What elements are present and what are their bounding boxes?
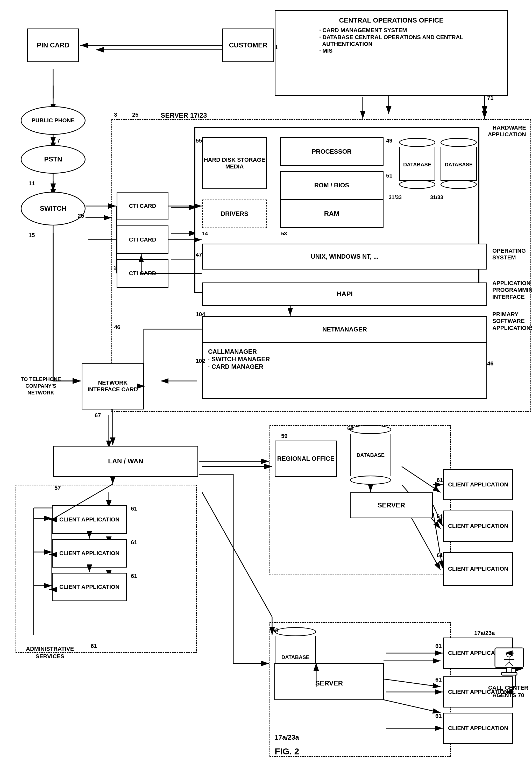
- num-67: 67: [95, 412, 101, 419]
- lower-server-label: SERVER: [289, 689, 316, 697]
- pstn-oval: PSTN: [21, 145, 86, 174]
- switch-oval: SWITCH: [21, 192, 86, 225]
- num-68b: 68: [272, 627, 278, 634]
- pin-card-box: PIN CARD: [27, 29, 79, 62]
- call-center-label: CALL CENTER AGENTS 70: [485, 684, 532, 699]
- hapi-box: HAPI: [202, 282, 487, 306]
- rom-bios-box: ROM / BIOS: [280, 171, 384, 200]
- num-31-33a: 31/33: [389, 194, 402, 200]
- num-59: 59: [281, 433, 287, 440]
- lan-wan-box: LAN / WAN: [53, 446, 198, 477]
- num-15: 15: [29, 232, 35, 239]
- num-3: 3: [114, 111, 117, 118]
- num-68a: 68: [347, 425, 353, 432]
- num-7: 7: [57, 137, 60, 144]
- ram-box: RAM: [280, 200, 384, 228]
- num-47: 47: [196, 251, 202, 258]
- num-61b: 61: [131, 539, 137, 546]
- os-box: UNIX, WINDOWS NT, ...: [202, 244, 487, 270]
- client-app-lower-3: CLIENT APPLICATION: [443, 713, 513, 744]
- num-61j: 61: [435, 713, 442, 719]
- num-53: 53: [281, 231, 287, 237]
- num-46b: 46: [487, 360, 493, 367]
- num-49: 49: [386, 137, 392, 144]
- client-app-reg-3: CLIENT APPLICATION: [443, 552, 513, 586]
- processor-box: PROCESSOR: [280, 137, 384, 166]
- database-cylinder-1: DATABASE: [399, 137, 435, 189]
- client-app-lan-2: CLIENT APPLICATION: [52, 539, 127, 568]
- num-61e: 61: [437, 513, 443, 520]
- hardware-app-label: HARDWAREAPPLICATION: [479, 124, 526, 138]
- num-17a-23a-top: 17a/23a: [474, 630, 495, 636]
- customer-box: CUSTOMER: [222, 29, 274, 62]
- drivers-box: DRIVERS: [202, 200, 267, 228]
- num-61f: 61: [437, 552, 443, 559]
- regional-database: DATABASE: [350, 425, 391, 485]
- call-center-monitor: [492, 645, 526, 679]
- num-14: 14: [202, 231, 208, 237]
- client-app-lan-3: CLIENT APPLICATION: [52, 573, 127, 601]
- cti-card-3: CTI CARD: [117, 259, 168, 288]
- num-61a: 61: [131, 505, 137, 512]
- client-app-reg-2: CLIENT APPLICATION: [443, 511, 513, 542]
- central-office-title: CENTRAL OPERATIONS OFFICE: [319, 16, 463, 24]
- public-phone-oval: PUBLIC PHONE: [21, 106, 86, 135]
- num-17a-23a-bottom: 17a/23a: [275, 733, 299, 741]
- server-label: SERVER 17/23: [161, 111, 207, 119]
- cti-card-2: CTI CARD: [117, 225, 168, 254]
- num-51: 51: [386, 172, 392, 179]
- primary-sw-label: PRIMARYSOFTWAREAPPLICATIONS: [492, 311, 532, 331]
- fig2-label: FIG. 2: [275, 746, 299, 756]
- client-app-reg-1: CLIENT APPLICATION: [443, 469, 513, 500]
- num-102: 102: [196, 358, 205, 364]
- svg-rect-42: [507, 667, 512, 673]
- netmanager-box: NETMANAGER: [202, 316, 487, 342]
- lower-database: DATABASE: [275, 627, 316, 687]
- hard-disk-box: HARD DISK STORAGE MEDIA: [202, 137, 267, 189]
- num-61h: 61: [435, 676, 442, 683]
- num-25a: 25: [132, 111, 138, 118]
- num-31-33b: 31/33: [430, 194, 443, 200]
- regional-office-box: REGIONAL OFFICE: [275, 441, 337, 477]
- num-11: 11: [29, 180, 35, 187]
- num-61c: 61: [131, 573, 137, 579]
- num-71: 71: [487, 95, 493, 101]
- num-25b: 25: [78, 213, 84, 219]
- svg-line-21: [202, 492, 272, 617]
- to-telephone-label: TO TELEPHONECOMPANY'SNETWORK: [21, 376, 61, 396]
- num-55: 55: [196, 137, 202, 144]
- os-label: OPERATINGSYSTEM: [492, 247, 526, 261]
- api-label: APPLICATIONPROGRAMMINGINTERFACE: [492, 280, 532, 300]
- central-operations-box: CENTRAL OPERATIONS OFFICE · CARD MANAGEM…: [275, 10, 508, 96]
- callmanager-box: CALLMANAGER · SWITCH MANAGER · CARD MANA…: [202, 342, 487, 399]
- central-office-items: · CARD MANAGEMENT SYSTEM · DATABASE CENT…: [319, 27, 463, 54]
- num-46a: 46: [114, 324, 120, 331]
- client-app-lan-1: CLIENT APPLICATION: [52, 505, 127, 534]
- cti-card-1: CTI CARD: [117, 192, 168, 220]
- nic-box: NETWORK INTERFACE CARD: [82, 363, 144, 409]
- database-cylinder-2: DATABASE: [441, 137, 477, 189]
- svg-rect-43: [501, 673, 517, 675]
- regional-server-box: SERVER: [350, 492, 433, 518]
- num-61g: 61: [435, 643, 442, 649]
- num-1: 1: [275, 44, 278, 51]
- num-61i: 61: [91, 643, 97, 649]
- num-61d: 61: [437, 477, 443, 484]
- admin-services-label: ADMINISTRATIVESERVICES: [26, 645, 74, 660]
